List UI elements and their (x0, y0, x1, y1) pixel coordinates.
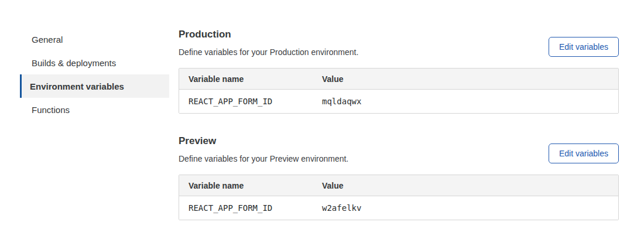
variable-name-column-header: Variable name (179, 69, 313, 90)
table-header-row: Variable name Value (179, 69, 618, 90)
settings-sidebar: General Builds & deployments Environment… (20, 28, 169, 121)
preview-section: Preview Define variables for your Previe… (179, 135, 619, 220)
table-row: REACT_APP_FORM_ID mqldaqwx (179, 90, 618, 113)
preview-variables-table: Variable name Value REACT_APP_FORM_ID w2… (179, 175, 619, 220)
variable-value-cell: w2afelkv (313, 196, 618, 220)
sidebar-item-label: Environment variables (30, 81, 124, 91)
variable-name-column-header: Variable name (179, 175, 313, 196)
sidebar-item-label: Builds & deployments (32, 58, 116, 68)
preview-edit-variables-button[interactable]: Edit variables (549, 144, 619, 163)
sidebar-item-functions[interactable]: Functions (20, 98, 169, 121)
variable-value-cell: mqldaqwx (313, 90, 618, 113)
sidebar-item-label: General (32, 35, 63, 45)
sidebar-item-builds-deployments[interactable]: Builds & deployments (20, 51, 169, 74)
sidebar-item-general[interactable]: General (20, 28, 169, 51)
variable-name-cell: REACT_APP_FORM_ID (179, 90, 313, 113)
production-edit-variables-button[interactable]: Edit variables (549, 37, 619, 57)
variable-name-cell: REACT_APP_FORM_ID (179, 196, 313, 220)
table-header-row: Variable name Value (179, 175, 618, 196)
sidebar-item-label: Functions (32, 105, 70, 115)
production-variables-table: Variable name Value REACT_APP_FORM_ID mq… (179, 68, 619, 114)
sidebar-item-environment-variables[interactable]: Environment variables (20, 74, 169, 98)
environment-variables-panel: Production Define variables for your Pro… (179, 28, 619, 220)
production-section: Production Define variables for your Pro… (179, 28, 619, 114)
value-column-header: Value (313, 175, 618, 196)
value-column-header: Value (313, 69, 618, 90)
table-row: REACT_APP_FORM_ID w2afelkv (179, 196, 618, 220)
